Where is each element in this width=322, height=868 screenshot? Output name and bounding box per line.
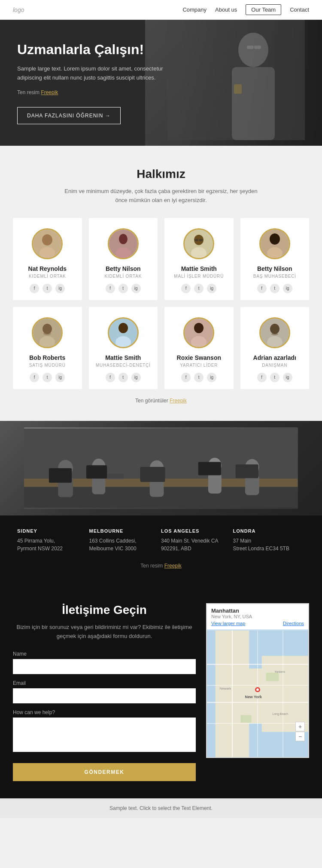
- map-visual: Newark New York Yonkers Long Beach + −: [207, 629, 308, 758]
- facebook-icon-6[interactable]: f: [181, 373, 191, 382]
- svg-rect-2: [232, 67, 275, 140]
- facebook-icon-0[interactable]: f: [30, 284, 39, 293]
- hero-photo-link[interactable]: Freepik: [41, 89, 58, 95]
- instagram-icon-2[interactable]: ig: [207, 284, 216, 293]
- team-card-3: Betty Nilson BAŞ MUHASEBECİ f t ig: [240, 218, 310, 300]
- svg-rect-3: [247, 46, 254, 49]
- nav-our-team[interactable]: Our Team: [246, 4, 281, 15]
- svg-rect-49: [140, 467, 165, 482]
- member-role-5: MUHASEBECİ-DENETÇİ: [94, 363, 153, 368]
- twitter-icon-4[interactable]: t: [43, 373, 52, 382]
- twitter-icon-1[interactable]: t: [118, 284, 128, 293]
- team-grid: Nat Reynolds KIDEMLİ ORTAK f t ig Betty …: [13, 218, 309, 389]
- instagram-icon-1[interactable]: ig: [131, 284, 141, 293]
- help-textarea[interactable]: [13, 718, 196, 752]
- hero-photo-credit: Ten resim Freepik: [17, 89, 163, 97]
- email-label: Email: [13, 680, 196, 686]
- name-input[interactable]: [13, 659, 196, 674]
- member-name-2: Mattie Smith: [170, 265, 228, 272]
- help-group: How can we help?: [13, 709, 196, 754]
- email-input[interactable]: [13, 688, 196, 703]
- facebook-icon-4[interactable]: f: [30, 373, 39, 382]
- avatar-5: [108, 317, 139, 348]
- zoom-out-button[interactable]: −: [295, 732, 305, 741]
- instagram-icon-6[interactable]: ig: [207, 373, 216, 382]
- team-card-6: Roxie Swanson YARATICI LİDER f t ig: [164, 307, 234, 389]
- twitter-icon-3[interactable]: t: [270, 284, 279, 293]
- instagram-icon-7[interactable]: ig: [283, 373, 292, 382]
- dark-section: SIDNEY 45 Pirrama Yolu,Pyrmont NSW 2022 …: [0, 421, 322, 586]
- svg-point-7: [42, 234, 52, 245]
- member-name-0: Nat Reynolds: [18, 265, 77, 272]
- team-card-7: Adrian azarladı DANIŞMAN f t ig: [240, 307, 310, 389]
- svg-point-33: [271, 333, 278, 335]
- map-container: Manhattan New York, NY, USA View larger …: [206, 603, 309, 758]
- twitter-icon-2[interactable]: t: [194, 284, 204, 293]
- submit-button[interactable]: GÖNDERMEK: [13, 763, 196, 781]
- office-image: [0, 421, 322, 515]
- email-group: Email: [13, 680, 196, 703]
- hero-section: Uzmanlarla Çalışın! Sample large text. L…: [0, 20, 322, 146]
- contact-form-area: İletişime Geçin Bizim için bir sorunuz v…: [13, 603, 196, 782]
- hero-content: Uzmanlarla Çalışın! Sample large text. L…: [0, 20, 180, 146]
- nav-about[interactable]: About us: [215, 6, 237, 13]
- svg-point-28: [194, 323, 204, 333]
- city-0: SIDNEY: [17, 528, 89, 534]
- member-role-3: BAŞ MUHASEBECİ: [246, 274, 304, 279]
- instagram-icon-3[interactable]: ig: [283, 284, 292, 293]
- team-card-2: Mattie Smith MALİ İŞLER MÜDÜRÜ f t ig: [164, 218, 234, 300]
- social-icons-3: f t ig: [246, 284, 304, 293]
- facebook-icon-7[interactable]: f: [257, 373, 267, 382]
- contact-title: İletişime Geçin: [13, 603, 196, 617]
- twitter-icon-6[interactable]: t: [194, 373, 204, 382]
- svg-rect-15: [195, 239, 198, 241]
- team-card-4: Bob Roberts SATIŞ MÜDÜRÜ f t ig: [13, 307, 82, 389]
- twitter-icon-0[interactable]: t: [43, 284, 52, 293]
- locations: SIDNEY 45 Pirrama Yolu,Pyrmont NSW 2022 …: [0, 528, 322, 552]
- facebook-icon-3[interactable]: f: [257, 284, 267, 293]
- svg-text:Long Beach: Long Beach: [272, 712, 288, 716]
- facebook-icon-2[interactable]: f: [181, 284, 191, 293]
- member-role-1: KIDEMLİ ORTAK: [94, 274, 153, 279]
- svg-point-25: [118, 323, 128, 333]
- svg-rect-16: [199, 239, 203, 241]
- dark-photo-credit: Ten resim Freepik: [0, 563, 322, 569]
- hero-cta-button[interactable]: DAHA FAZLASINI ÖĞRENIN →: [17, 107, 121, 124]
- address-3: 37 MainStreet Londra EC34 5TB: [233, 537, 305, 552]
- view-larger-map-link[interactable]: View larger map: [211, 621, 245, 626]
- member-role-0: KIDEMLİ ORTAK: [18, 274, 77, 279]
- member-role-2: MALİ İŞLER MÜDÜRÜ: [170, 274, 228, 279]
- nav-contact[interactable]: Contact: [290, 6, 309, 13]
- zoom-in-button[interactable]: +: [295, 722, 305, 731]
- facebook-icon-1[interactable]: f: [106, 284, 115, 293]
- instagram-icon-0[interactable]: ig: [55, 284, 65, 293]
- name-group: Name: [13, 651, 196, 674]
- svg-point-18: [270, 233, 280, 245]
- name-label: Name: [13, 651, 196, 657]
- svg-text:New York: New York: [245, 695, 262, 699]
- directions-link[interactable]: Directions: [283, 621, 304, 626]
- svg-rect-50: [198, 462, 221, 475]
- nav-company[interactable]: Company: [182, 6, 207, 13]
- map-header: Manhattan New York, NY, USA View larger …: [207, 604, 308, 629]
- twitter-icon-7[interactable]: t: [270, 373, 279, 382]
- social-icons-4: f t ig: [18, 373, 77, 382]
- dark-photo-link[interactable]: Freepik: [164, 563, 182, 569]
- facebook-icon-5[interactable]: f: [106, 373, 115, 382]
- social-icons-2: f t ig: [170, 284, 228, 293]
- svg-rect-65: [266, 673, 279, 681]
- city-2: LOS ANGELES: [161, 528, 233, 534]
- member-role-7: DANIŞMAN: [246, 363, 304, 368]
- avatar-6: [183, 317, 214, 348]
- svg-rect-66: [241, 715, 252, 723]
- office-image-inner: [24, 427, 298, 509]
- team-card-5: Mattie Smith MUHASEBECİ-DENETÇİ f t ig: [89, 307, 158, 389]
- team-photo-link[interactable]: Freepik: [170, 398, 187, 404]
- footer: Sample text. Click to select the Text El…: [0, 798, 322, 818]
- location-0: SIDNEY 45 Pirrama Yolu,Pyrmont NSW 2022: [17, 528, 89, 552]
- instagram-icon-4[interactable]: ig: [55, 373, 65, 382]
- instagram-icon-5[interactable]: ig: [131, 373, 141, 382]
- twitter-icon-5[interactable]: t: [118, 373, 128, 382]
- map-area: Manhattan New York, NY, USA View larger …: [206, 603, 309, 758]
- svg-text:Newark: Newark: [220, 687, 231, 690]
